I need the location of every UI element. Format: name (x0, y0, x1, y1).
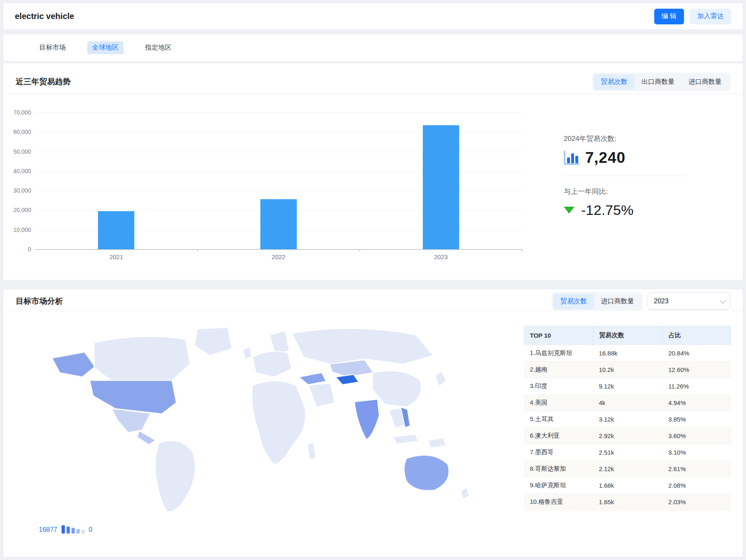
stat-2024-label: 2024年贸易次数: (564, 134, 685, 143)
bar-2023[interactable] (423, 125, 459, 249)
map-turkey[interactable] (299, 373, 326, 385)
table-cell: 2.92k (593, 428, 662, 444)
table-cell: 16.88k (593, 345, 662, 361)
stat-2024-value: 7,240 (585, 149, 626, 167)
table-header-cell: TOP 10 (524, 326, 593, 345)
map-uk[interactable] (243, 347, 252, 359)
table-cell: 10.格鲁吉亚 (524, 494, 593, 510)
table-row[interactable]: 2.越南10.2k12.60% (524, 362, 731, 378)
x-axis-label-2021: 2021 (110, 253, 123, 260)
market-body: 16877 0 TOP 10贸易次数占比1.乌兹别克斯坦16.88k20.84%… (3, 310, 743, 557)
table-cell: 2.03% (662, 494, 731, 510)
table-cell: 6.澳大利亚 (524, 428, 593, 444)
map-new-guinea[interactable] (428, 438, 446, 448)
map-alaska[interactable] (52, 352, 95, 377)
table-cell: 3.85% (662, 411, 731, 427)
market-toggle-2[interactable]: 进口商数量 (594, 294, 641, 309)
region-tab-bar: 目标市场全球地区指定地区 (3, 34, 743, 61)
y-axis-label-0: 0 (5, 246, 31, 253)
y-axis-label-70000: 70,000 (5, 109, 31, 116)
year-select[interactable]: 2023 (648, 293, 730, 310)
map-legend: 16877 0 (36, 525, 95, 534)
x-axis-label-2023: 2023 (434, 253, 448, 260)
trend-section-title: 近三年贸易趋势 (16, 76, 71, 87)
stats-divider (564, 176, 685, 176)
trend-chart-area: 2024年贸易次数: 7,240 与上一年同比: -12.75% 70,0006… (3, 94, 743, 279)
table-cell: 2.越南 (524, 362, 593, 378)
map-greenland[interactable] (194, 327, 232, 355)
map-mexico[interactable] (112, 409, 150, 433)
table-cell: 1.65k (593, 494, 662, 510)
map-central-america[interactable] (137, 431, 156, 445)
arrow-down-icon (564, 207, 574, 214)
legend-min-value: 0 (89, 526, 93, 534)
table-row[interactable]: 9.哈萨克斯坦1.68k2.08% (524, 477, 731, 494)
tab-1[interactable]: 目标市场 (34, 41, 71, 54)
world-map[interactable] (30, 316, 501, 519)
map-new-zealand[interactable] (460, 487, 469, 499)
page-header: electric vehicle 编 辑 加入雷达 (3, 3, 743, 29)
bar-chart-icon (564, 151, 579, 165)
map-japan[interactable] (435, 371, 446, 386)
tab-2[interactable]: 全球地区 (87, 41, 124, 54)
table-row[interactable]: 1.乌兹别克斯坦16.88k20.84% (524, 345, 731, 362)
yoy-value: -12.75% (581, 202, 634, 218)
table-header-row: TOP 10贸易次数占比 (524, 326, 731, 345)
map-canada[interactable] (94, 336, 190, 380)
table-row[interactable]: 7.墨西哥2.51k3.10% (524, 444, 731, 461)
table-cell: 4.美国 (524, 395, 593, 411)
y-axis-label-40000: 40,000 (5, 168, 31, 174)
bar-2021[interactable] (98, 211, 134, 249)
table-cell: 20.84% (662, 345, 731, 361)
table-cell: 8.哥斯达黎加 (524, 461, 593, 477)
x-axis-tick-0 (198, 249, 198, 252)
table-cell: 3.10% (662, 444, 731, 460)
legend-bar-1 (62, 525, 65, 534)
table-cell: 3.印度 (524, 378, 593, 394)
table-cell: 5.土耳其 (524, 411, 593, 427)
map-middle-east[interactable] (308, 383, 335, 407)
trend-toggle-1[interactable]: 贸易次数 (594, 74, 634, 90)
table-row[interactable]: 4.美国4k4.94% (524, 395, 731, 411)
map-usa[interactable] (90, 380, 176, 414)
table-row[interactable]: 5.土耳其3.12k3.85% (524, 411, 731, 428)
trend-toggle-2[interactable]: 出口商数量 (634, 74, 682, 90)
y-axis-label-60000: 60,000 (5, 129, 31, 135)
legend-bar-4 (76, 529, 80, 534)
market-toggle-1[interactable]: 贸易次数 (553, 294, 594, 309)
map-madagascar[interactable] (307, 442, 316, 460)
table-cell: 1.68k (593, 477, 662, 493)
table-row[interactable]: 3.印度9.12k11.26% (524, 378, 731, 395)
top10-table: TOP 10贸易次数占比1.乌兹别克斯坦16.88k20.84%2.越南10.2… (524, 326, 731, 510)
table-row[interactable]: 10.格鲁吉亚1.65k2.03% (524, 494, 731, 510)
yoy-label: 与上一年同比: (564, 187, 685, 196)
x-axis-label-2022: 2022 (272, 253, 285, 260)
chevron-down-icon (720, 298, 726, 303)
bar-2022[interactable] (260, 199, 297, 249)
table-cell: 9.12k (593, 378, 662, 394)
legend-bar-3 (72, 528, 75, 534)
tab-3[interactable]: 指定地区 (140, 41, 176, 54)
map-china[interactable] (372, 371, 421, 407)
table-cell: 2.08% (662, 477, 731, 493)
map-south-america[interactable] (155, 441, 195, 512)
table-cell: 4.94% (662, 395, 731, 411)
add-to-radar-button[interactable]: 加入雷达 (690, 9, 731, 24)
table-cell: 1.乌兹别克斯坦 (524, 345, 593, 361)
map-indonesia[interactable] (393, 434, 419, 444)
table-row[interactable]: 6.澳大利亚2.92k3.60% (524, 428, 731, 444)
table-cell: 12.60% (662, 362, 731, 378)
trend-stats-panel: 2024年贸易次数: 7,240 与上一年同比: -12.75% (564, 134, 685, 218)
map-australia[interactable] (404, 455, 449, 491)
trend-card: 近三年贸易趋势 贸易次数出口商数量进口商数量 2024年贸易次数: 7,240 … (3, 63, 743, 280)
trend-toggle-3[interactable]: 进口商数量 (682, 74, 729, 90)
legend-max-value: 16877 (39, 526, 57, 534)
table-row[interactable]: 8.哥斯达黎加2.12k2.61% (524, 461, 731, 477)
map-africa[interactable] (252, 381, 305, 464)
map-russia[interactable] (292, 329, 433, 364)
table-cell: 3.60% (662, 428, 731, 444)
map-india[interactable] (355, 399, 379, 439)
edit-button[interactable]: 编 辑 (654, 9, 684, 24)
map-europe[interactable] (253, 351, 292, 377)
x-axis-tick-2 (522, 249, 522, 252)
